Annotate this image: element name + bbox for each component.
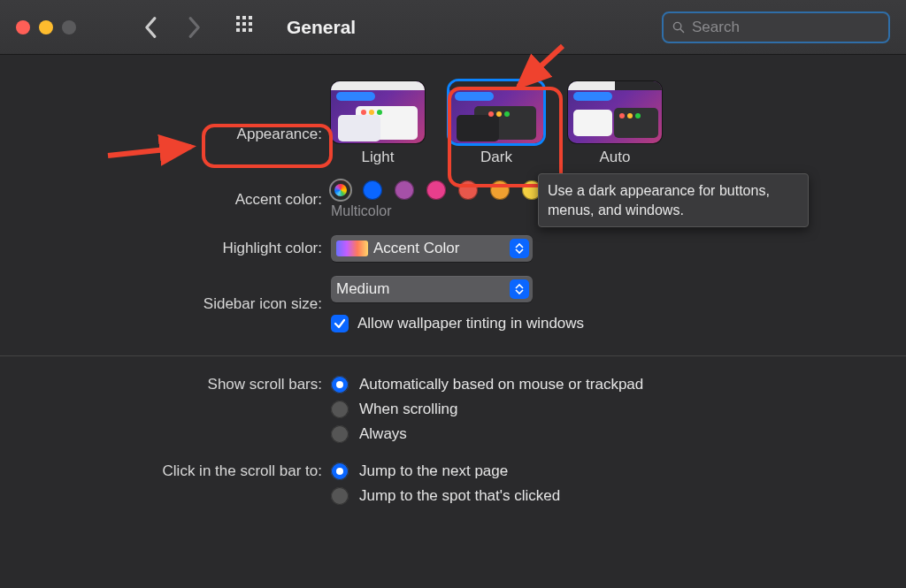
wallpaper-tinting-checkbox[interactable] bbox=[331, 315, 349, 332]
window-title: General bbox=[287, 17, 356, 38]
click-scroll-option-clicked-spot[interactable]: Jump to the spot that's clicked bbox=[331, 487, 906, 505]
highlight-color-chip bbox=[336, 241, 368, 256]
svg-rect-8 bbox=[249, 28, 252, 32]
radio-label: Automatically based on mouse or trackpad bbox=[359, 376, 643, 393]
accent-swatch-orange[interactable] bbox=[490, 180, 510, 200]
radio-label: Always bbox=[359, 425, 407, 443]
radio-button[interactable] bbox=[331, 425, 349, 443]
highlight-color-label: Highlight color: bbox=[0, 240, 331, 257]
highlight-color-value: Accent Color bbox=[373, 240, 504, 257]
nav-arrows bbox=[143, 16, 202, 39]
select-stepper-icon bbox=[510, 239, 529, 258]
forward-button[interactable] bbox=[186, 16, 202, 39]
appearance-option-dark-label: Dark bbox=[480, 149, 512, 166]
appearance-label: Appearance: bbox=[0, 104, 331, 143]
radio-button[interactable] bbox=[331, 376, 349, 393]
minimize-window-button[interactable] bbox=[39, 20, 53, 34]
appearance-option-light[interactable]: Light bbox=[331, 81, 425, 166]
accent-swatch-multicolor[interactable] bbox=[331, 180, 350, 200]
appearance-option-dark[interactable]: Dark bbox=[449, 81, 543, 166]
click-scroll-option-next-page[interactable]: Jump to the next page bbox=[331, 462, 906, 480]
sidebar-icon-size-select[interactable]: Medium bbox=[331, 276, 533, 302]
svg-rect-4 bbox=[242, 22, 246, 26]
scrollbars-option-auto[interactable]: Automatically based on mouse or trackpad bbox=[331, 376, 906, 393]
show-all-icon[interactable] bbox=[235, 15, 255, 39]
radio-label: Jump to the spot that's clicked bbox=[359, 487, 560, 505]
section-divider bbox=[0, 355, 906, 356]
back-button[interactable] bbox=[143, 16, 159, 39]
accent-color-label: Accent color: bbox=[0, 191, 331, 209]
radio-button[interactable] bbox=[331, 462, 349, 480]
appearance-option-auto-label: Auto bbox=[600, 149, 631, 166]
svg-rect-5 bbox=[249, 22, 252, 26]
appearance-option-light-label: Light bbox=[362, 149, 395, 166]
svg-rect-1 bbox=[242, 16, 246, 19]
close-window-button[interactable] bbox=[16, 20, 30, 34]
accent-swatch-red[interactable] bbox=[458, 180, 478, 200]
window-controls bbox=[16, 20, 76, 34]
sidebar-icon-size-value: Medium bbox=[336, 280, 504, 298]
zoom-window-button[interactable] bbox=[62, 20, 76, 34]
search-icon bbox=[672, 19, 685, 35]
search-field[interactable] bbox=[662, 11, 890, 43]
scrollbars-option-scrolling[interactable]: When scrolling bbox=[331, 401, 906, 418]
scrollbars-label: Show scroll bars: bbox=[0, 376, 331, 393]
svg-rect-7 bbox=[242, 28, 246, 32]
appearance-option-auto[interactable]: Auto bbox=[568, 81, 662, 166]
accent-swatch-blue[interactable] bbox=[363, 180, 382, 200]
radio-button[interactable] bbox=[331, 487, 349, 505]
svg-rect-0 bbox=[236, 16, 240, 19]
svg-rect-3 bbox=[236, 22, 240, 26]
highlight-color-select[interactable]: Accent Color bbox=[331, 235, 533, 262]
select-stepper-icon bbox=[510, 279, 529, 299]
radio-label: Jump to the next page bbox=[359, 462, 508, 480]
checkmark-icon bbox=[334, 317, 346, 330]
appearance-dark-tooltip: Use a dark appearance for buttons, menus… bbox=[538, 173, 809, 227]
svg-line-10 bbox=[680, 29, 684, 33]
accent-swatch-pink[interactable] bbox=[426, 180, 446, 200]
click-scrollbar-label: Click in the scroll bar to: bbox=[0, 462, 331, 480]
search-input[interactable] bbox=[692, 19, 879, 36]
svg-rect-2 bbox=[249, 16, 252, 19]
sidebar-icon-size-label: Sidebar icon size: bbox=[0, 295, 331, 313]
wallpaper-tinting-label: Allow wallpaper tinting in windows bbox=[357, 315, 584, 332]
accent-swatch-purple[interactable] bbox=[395, 180, 414, 200]
radio-button[interactable] bbox=[331, 401, 349, 418]
svg-rect-6 bbox=[236, 28, 240, 32]
radio-label: When scrolling bbox=[359, 401, 458, 418]
scrollbars-option-always[interactable]: Always bbox=[331, 425, 906, 443]
titlebar: General bbox=[0, 0, 906, 55]
svg-point-9 bbox=[673, 22, 680, 29]
